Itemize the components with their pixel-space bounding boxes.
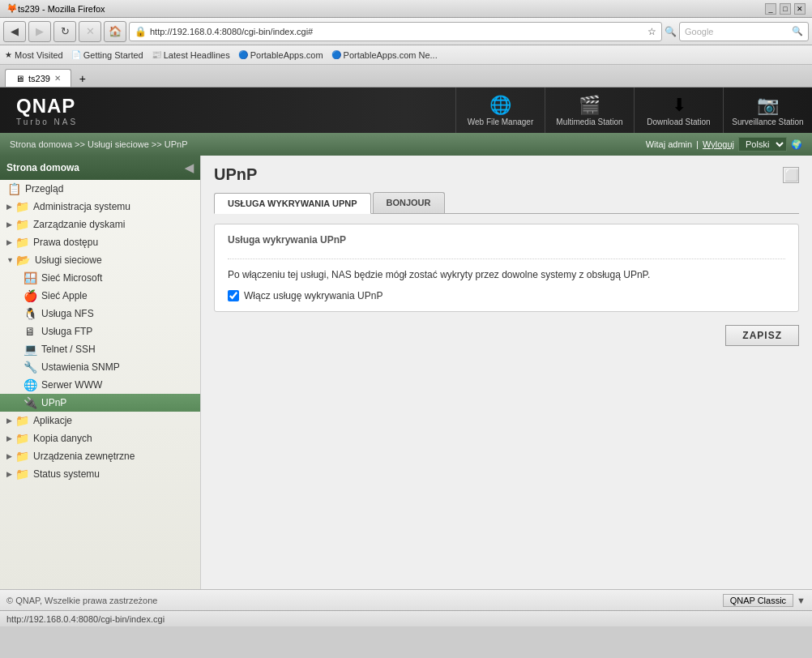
upnp-checkbox-row: Włącz usługę wykrywania UPnP	[228, 290, 785, 301]
lang-globe-icon: 🌍	[791, 139, 802, 150]
bookmark-label-3: PortableApps.com	[250, 50, 323, 60]
sidebar-item-status[interactable]: ▶ 📁 Status systemu	[0, 465, 200, 483]
close-button[interactable]: ✕	[794, 3, 806, 15]
qnap-logo-text: QNAP	[16, 95, 78, 118]
bookmark-portableapps-ne[interactable]: 🔵 PortableApps.com Ne...	[331, 50, 438, 60]
web-file-manager-icon: 🌐	[489, 95, 511, 116]
sidebar-collapse-button[interactable]: ◀	[185, 161, 194, 174]
qnap-header: QNAP Turbo NAS 🌐 Web File Manager 🎬 Mult…	[0, 88, 812, 133]
bookmark-star[interactable]: ☆	[647, 26, 656, 37]
bookmark-getting-started[interactable]: 📄 Getting Started	[71, 50, 143, 60]
logout-link[interactable]: Wyloguj	[703, 139, 734, 149]
tab-bonjour[interactable]: BONJOUR	[373, 192, 445, 213]
qnap-logo: QNAP Turbo NAS	[0, 95, 94, 126]
urzadzenia-folder-icon: 📁	[15, 450, 29, 463]
sidebar-label-telnet: Telnet / SSH	[41, 344, 96, 355]
arrow-icon-admin: ▶	[6, 203, 12, 211]
microsoft-icon: 🪟	[23, 271, 37, 284]
qnap-footer: © QNAP, Wszelkie prawa zastrzeżone QNAP …	[0, 589, 812, 610]
back-button[interactable]: ◀	[3, 21, 26, 42]
content-tabs: USŁUGA WYKRYWANIA UPNP BONJOUR	[214, 192, 799, 214]
admin-folder-icon: 📁	[15, 200, 29, 213]
sidebar-item-urzadzenia[interactable]: ▶ 📁 Urządzenia zewnętrzne	[0, 447, 200, 465]
sidebar-label-przeglad: Przegląd	[25, 183, 63, 194]
nav-surveillance-station[interactable]: 📷 Surveillance Station	[723, 88, 812, 133]
home-button[interactable]: 🏠	[104, 21, 126, 42]
qnap-logo-subtitle: Turbo NAS	[16, 118, 78, 126]
minimize-button[interactable]: _	[765, 3, 776, 15]
sidebar-label-aplikacje: Aplikacje	[33, 415, 72, 426]
sidebar-item-snmp[interactable]: 🔧 Ustawienia SNMP	[0, 358, 200, 376]
bookmark-latest-headlines[interactable]: 📰 Latest Headlines	[152, 50, 230, 60]
browser-window: 🦊 ts239 - Mozilla Firefox _ □ ✕ ◀ ▶ ↻ ✕ …	[0, 0, 812, 626]
upnp-description: Po włączeniu tej usługi, NAS będzie mógł…	[228, 267, 785, 282]
sidebar-item-www[interactable]: 🌐 Serwer WWW	[0, 376, 200, 394]
new-tab-button[interactable]: +	[75, 70, 91, 87]
snmp-icon: 🔧	[23, 361, 37, 374]
nav-web-file-manager[interactable]: 🌐 Web File Manager	[455, 88, 545, 133]
sidebar-item-telnet[interactable]: 💻 Telnet / SSH	[0, 340, 200, 358]
upnp-enable-checkbox[interactable]	[228, 290, 239, 301]
tab-bonjour-label: BONJOUR	[387, 198, 431, 207]
uslugi-folder-icon: 📂	[16, 254, 31, 267]
browser-tab-active[interactable]: 🖥 ts239 ✕	[5, 69, 71, 87]
qnap-main: Strona domowa ◀ 📋 Przegląd ▶ 📁 Administr…	[0, 156, 812, 589]
search-engine-icon: 🔍	[665, 26, 677, 37]
sidebar-label-uslugi: Usługi sieciowe	[35, 254, 102, 266]
maximize-button[interactable]: □	[780, 3, 791, 15]
qnap-sidebar: Strona domowa ◀ 📋 Przegląd ▶ 📁 Administr…	[0, 156, 201, 589]
bookmark-portableapps[interactable]: 🔵 PortableApps.com	[238, 50, 323, 60]
sidebar-item-dyski[interactable]: ▶ 📁 Zarządzanie dyskami	[0, 216, 200, 233]
address-bar[interactable]: 🔒 http://192.168.0.4:8080/cgi-bin/index.…	[129, 22, 662, 41]
save-button[interactable]: ZAPISZ	[725, 325, 799, 346]
sidebar-item-prawa[interactable]: ▶ 📁 Prawa dostępu	[0, 233, 200, 251]
bookmark-label-0: Most Visited	[15, 50, 63, 60]
sidebar-item-uslugi[interactable]: ▼ 📂 Usługi sieciowe	[0, 251, 200, 269]
browser-status-bar: http://192.168.0.4:8080/cgi-bin/index.cg…	[0, 610, 812, 626]
sidebar-item-ftp[interactable]: 🖥 Usługa FTP	[0, 323, 200, 340]
download-station-icon: ⬇	[672, 95, 686, 116]
sidebar-item-siec-apple[interactable]: 🍎 Sieć Apple	[0, 287, 200, 305]
sidebar-item-siec-microsoft[interactable]: 🪟 Sieć Microsoft	[0, 269, 200, 287]
nav-multimedia-station[interactable]: 🎬 Multimedia Station	[545, 88, 634, 133]
bookmark-label-2: Latest Headlines	[164, 50, 230, 60]
nav-download-station[interactable]: ⬇ Download Station	[634, 88, 723, 133]
bookmark-icon-2: 📰	[152, 50, 161, 59]
sidebar-item-kopia[interactable]: ▶ 📁 Kopia danych	[0, 429, 200, 447]
forward-button[interactable]: ▶	[28, 21, 51, 42]
apple-icon: 🍎	[23, 289, 37, 302]
page-title: UPnP	[214, 165, 257, 184]
sidebar-item-przeglad[interactable]: 📋 Przegląd	[0, 180, 200, 198]
arrow-icon-dyski: ▶	[6, 220, 12, 229]
bookmark-most-visited[interactable]: ★ Most Visited	[5, 50, 63, 60]
arrow-icon-kopia: ▶	[6, 434, 12, 442]
statusbar-right: QNAP Classic ▼	[723, 594, 806, 607]
sidebar-item-admin[interactable]: ▶ 📁 Administracja systemu	[0, 198, 200, 216]
sidebar-item-aplikacje[interactable]: ▶ 📁 Aplikacje	[0, 412, 200, 429]
theme-button[interactable]: QNAP Classic	[723, 594, 793, 607]
save-row: ZAPISZ	[214, 325, 799, 346]
browser-titlebar: 🦊 ts239 - Mozilla Firefox _ □ ✕	[0, 0, 812, 18]
tab-close-button[interactable]: ✕	[54, 74, 61, 83]
dyski-folder-icon: 📁	[15, 218, 29, 231]
sidebar-item-nfs[interactable]: 🐧 Usługa NFS	[0, 305, 200, 323]
search-bar[interactable]: Google 🔍	[679, 22, 809, 41]
reload-button[interactable]: ↻	[53, 21, 76, 42]
www-icon: 🌐	[23, 378, 37, 391]
sidebar-item-upnp[interactable]: 🔌 UPnP	[0, 394, 200, 412]
multimedia-station-label: Multimedia Station	[556, 118, 622, 126]
language-selector[interactable]: Polski	[738, 137, 787, 152]
upnp-panel: Usługa wykrywania UPnP Po włączeniu tej …	[214, 224, 799, 312]
panel-title: Usługa wykrywania UPnP	[228, 234, 785, 250]
arrow-icon-status: ▶	[6, 470, 12, 478]
theme-arrow-icon[interactable]: ▼	[797, 596, 806, 605]
tab-upnp-discovery[interactable]: USŁUGA WYKRYWANIA UPNP	[214, 193, 371, 214]
prawa-folder-icon: 📁	[15, 236, 29, 249]
search-icon[interactable]: 🔍	[792, 26, 803, 36]
sidebar-title: Strona domowa	[6, 162, 79, 173]
sidebar-label-ms: Sieć Microsoft	[41, 272, 102, 284]
stop-button[interactable]: ✕	[79, 21, 101, 42]
content-title-row: UPnP ⬜	[214, 165, 799, 184]
telnet-icon: 💻	[23, 343, 37, 356]
maximize-button[interactable]: ⬜	[783, 167, 799, 183]
